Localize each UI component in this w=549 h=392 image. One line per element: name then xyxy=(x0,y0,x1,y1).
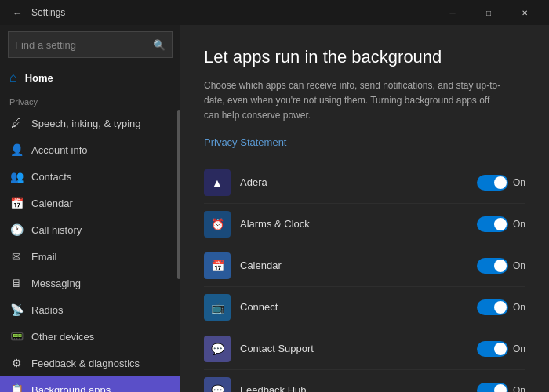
privacy-statement-link[interactable]: Privacy Statement xyxy=(204,136,525,148)
app-toggle[interactable] xyxy=(477,341,508,357)
toggle-label: On xyxy=(513,260,525,271)
speech-icon: 🖊 xyxy=(9,117,24,129)
app-name: Calendar xyxy=(240,260,467,271)
search-box[interactable]: 🔍 xyxy=(8,31,173,58)
app-icon: 💬 xyxy=(204,336,231,362)
search-icon: 🔍 xyxy=(153,39,165,51)
app-icon: 📅 xyxy=(204,252,231,279)
backgroundapps-icon: 📋 xyxy=(9,383,24,392)
maximize-button[interactable]: □ xyxy=(471,0,507,25)
otherdevices-icon: 📟 xyxy=(9,330,24,343)
calendar-icon: 📅 xyxy=(9,197,24,209)
toggle-label: On xyxy=(513,177,525,188)
app-row: ⏰Alarms & ClockOn xyxy=(204,204,525,245)
toggle-wrap: On xyxy=(477,175,525,191)
app-name: Feedback Hub xyxy=(240,384,467,392)
sidebar-item-email[interactable]: ✉ Email xyxy=(0,243,180,270)
app-row: ▲AderaOn xyxy=(204,162,525,204)
app-icon: ▲ xyxy=(204,169,231,196)
toggle-label: On xyxy=(513,343,525,354)
toggle-label: On xyxy=(513,219,525,230)
app-list: ▲AderaOn⏰Alarms & ClockOn📅CalendarOn📺Con… xyxy=(204,162,525,392)
app-toggle[interactable] xyxy=(477,216,508,232)
toggle-wrap: On xyxy=(477,383,525,392)
sidebar-item-calendar[interactable]: 📅 Calendar xyxy=(0,190,180,216)
sidebar-item-feedback[interactable]: ⚙ Feedback & diagnostics xyxy=(0,350,180,376)
sidebar-nav: 🖊 Speech, inking, & typing 👤 Account inf… xyxy=(0,110,180,392)
toggle-wrap: On xyxy=(477,299,525,315)
app-row: 📺ConnectOn xyxy=(204,287,525,328)
toggle-label: On xyxy=(513,302,525,313)
radios-icon: 📡 xyxy=(9,303,24,316)
sidebar-item-account[interactable]: 👤 Account info xyxy=(0,136,180,163)
search-input[interactable] xyxy=(15,39,153,51)
app-row: 💬Contact SupportOn xyxy=(204,328,525,370)
sidebar: 🔍 ⌂ Home Privacy 🖊 Speech, inking, & typ… xyxy=(0,25,180,392)
app-icon: ⏰ xyxy=(204,211,231,238)
callhistory-icon: 🕐 xyxy=(9,223,24,236)
app-toggle[interactable] xyxy=(477,258,508,274)
toggle-wrap: On xyxy=(477,341,525,357)
app-row: 💬Feedback HubOn xyxy=(204,370,525,392)
window-controls: ─ □ ✕ xyxy=(434,0,543,25)
toggle-wrap: On xyxy=(477,258,525,274)
close-button[interactable]: ✕ xyxy=(507,0,543,25)
toggle-label: On xyxy=(513,385,525,392)
app-name: Connect xyxy=(240,301,467,313)
sidebar-item-speech[interactable]: 🖊 Speech, inking, & typing xyxy=(0,110,180,136)
app-toggle[interactable] xyxy=(477,175,508,191)
feedback-icon: ⚙ xyxy=(9,357,24,369)
title-bar: ← Settings ─ □ ✕ xyxy=(0,0,549,25)
page-title: Let apps run in the background xyxy=(204,47,525,67)
sidebar-item-callhistory[interactable]: 🕐 Call history xyxy=(0,216,180,243)
toggle-wrap: On xyxy=(477,216,525,232)
sidebar-item-messaging[interactable]: 🖥 Messaging xyxy=(0,270,180,296)
app-name: Contact Support xyxy=(240,343,467,354)
app-icon: 📺 xyxy=(204,294,231,321)
messaging-icon: 🖥 xyxy=(9,277,24,289)
home-icon: ⌂ xyxy=(9,71,17,85)
app-row: 📅CalendarOn xyxy=(204,245,525,287)
sidebar-item-backgroundapps[interactable]: 📋 Background apps xyxy=(0,376,180,392)
account-icon: 👤 xyxy=(9,143,24,156)
home-item[interactable]: ⌂ Home xyxy=(0,64,180,91)
content-area: Let apps run in the background Choose wh… xyxy=(180,25,549,392)
contacts-icon: 👥 xyxy=(9,170,24,183)
sidebar-item-radios[interactable]: 📡 Radios xyxy=(0,296,180,323)
minimize-button[interactable]: ─ xyxy=(434,0,471,25)
back-button[interactable]: ← xyxy=(6,2,28,24)
page-description: Choose which apps can receive info, send… xyxy=(204,78,502,124)
app-icon: 💬 xyxy=(204,377,231,392)
email-icon: ✉ xyxy=(9,250,24,263)
app-toggle[interactable] xyxy=(477,383,508,392)
app-toggle[interactable] xyxy=(477,299,508,315)
main-layout: 🔍 ⌂ Home Privacy 🖊 Speech, inking, & typ… xyxy=(0,25,549,392)
sidebar-item-otherdevices[interactable]: 📟 Other devices xyxy=(0,323,180,350)
sidebar-item-contacts[interactable]: 👥 Contacts xyxy=(0,163,180,190)
home-label: Home xyxy=(25,72,53,84)
window-title: Settings xyxy=(28,7,434,18)
app-name: Alarms & Clock xyxy=(240,218,467,230)
privacy-section-label: Privacy xyxy=(0,91,180,110)
app-name: Adera xyxy=(240,176,467,188)
